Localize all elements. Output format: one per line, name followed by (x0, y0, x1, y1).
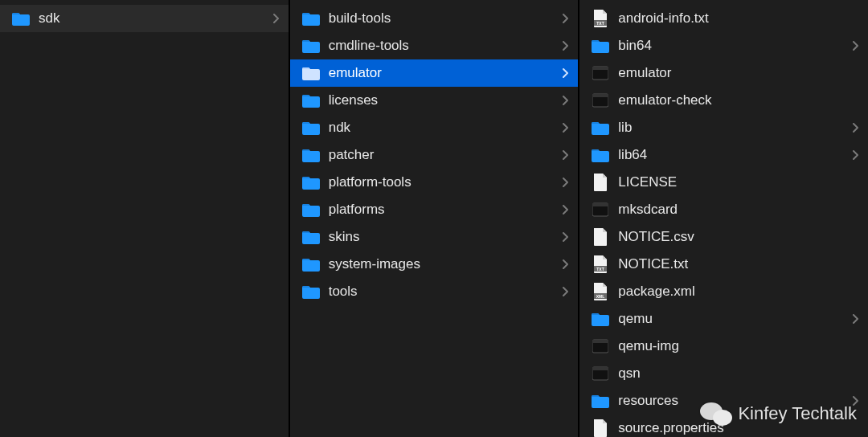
svg-rect-13 (592, 340, 608, 343)
folder-icon (301, 255, 321, 274)
list-item[interactable]: qemu-img (579, 333, 868, 360)
chevron-right-icon (850, 314, 862, 324)
column-3: TXTandroid-info.txtbin64emulatoremulator… (579, 0, 868, 437)
list-item[interactable]: ndk (290, 114, 579, 141)
list-item[interactable]: resources (579, 387, 868, 415)
chevron-right-icon (560, 68, 571, 78)
list-item[interactable]: XMLpackage.xml (579, 278, 868, 305)
folder-icon (301, 118, 321, 137)
chevron-right-icon (560, 287, 571, 296)
list-item[interactable]: platforms (290, 196, 579, 223)
list-item[interactable]: source.properties (579, 415, 868, 437)
exec-icon (591, 364, 610, 383)
svg-rect-5 (592, 94, 608, 97)
folder-icon (301, 36, 321, 55)
folder-icon (11, 9, 31, 28)
chevron-right-icon (560, 232, 571, 242)
item-label: platforms (329, 202, 561, 218)
list-item[interactable]: bin64 (579, 32, 868, 59)
list-item[interactable]: patcher (290, 141, 579, 169)
item-label: bin64 (618, 38, 850, 54)
column-2: build-toolscmdline-toolsemulatorlicenses… (290, 0, 579, 437)
chevron-right-icon (850, 41, 862, 51)
item-label: build-tools (329, 10, 561, 27)
folder-icon (591, 118, 610, 137)
exec-icon (591, 63, 610, 83)
item-label: emulator-check (618, 92, 862, 108)
folder-icon (591, 391, 610, 410)
list-item[interactable]: NOTICE.csv (579, 223, 868, 251)
list-item[interactable]: build-tools (290, 5, 579, 32)
svg-rect-7 (592, 203, 608, 206)
item-label: resources (618, 393, 850, 409)
item-label: skins (329, 229, 561, 245)
list-item[interactable]: skins (290, 223, 579, 251)
folder-icon (591, 309, 610, 329)
svg-text:TXT: TXT (597, 21, 604, 26)
item-label: platform-tools (329, 174, 561, 190)
exec-icon (591, 200, 610, 219)
chevron-right-icon (850, 150, 862, 160)
list-item[interactable]: licenses (290, 87, 579, 114)
folder-icon (301, 63, 321, 83)
item-label: tools (329, 284, 561, 300)
list-item[interactable]: sdk (0, 5, 289, 32)
svg-text:XML: XML (596, 294, 605, 299)
list-item[interactable]: TXTandroid-info.txt (579, 5, 868, 32)
item-label: lib64 (618, 147, 850, 163)
item-label: qsn (618, 366, 862, 382)
chevron-right-icon (271, 14, 282, 23)
chevron-right-icon (560, 259, 571, 269)
list-item[interactable]: lib (579, 114, 868, 141)
list-item[interactable]: emulator (290, 59, 579, 87)
list-item[interactable]: platform-tools (290, 169, 579, 196)
chevron-right-icon (850, 123, 862, 133)
item-label: sdk (39, 10, 271, 27)
item-label: lib (618, 120, 850, 136)
file-txt-icon: TXT (591, 9, 610, 28)
list-item[interactable]: qemu (579, 305, 868, 333)
item-label: package.xml (618, 284, 862, 300)
chevron-right-icon (560, 96, 571, 105)
list-item[interactable]: cmdline-tools (290, 32, 579, 59)
chevron-right-icon (560, 123, 571, 133)
chevron-right-icon (850, 396, 862, 406)
item-label: source.properties (618, 420, 862, 436)
file-icon (591, 419, 610, 437)
folder-icon (591, 36, 610, 55)
svg-rect-15 (592, 367, 608, 370)
list-item[interactable]: LICENSE (579, 169, 868, 196)
item-label: android-info.txt (618, 10, 862, 27)
exec-icon (591, 337, 610, 356)
item-label: NOTICE.csv (618, 229, 862, 245)
file-icon (591, 173, 610, 192)
chevron-right-icon (560, 150, 571, 160)
item-label: emulator (618, 65, 862, 81)
list-item[interactable]: emulator (579, 59, 868, 87)
list-item[interactable]: lib64 (579, 141, 868, 169)
folder-icon (591, 145, 610, 165)
chevron-right-icon (560, 41, 571, 51)
item-label: ndk (329, 120, 561, 136)
item-label: qemu-img (618, 338, 862, 354)
list-item[interactable]: emulator-check (579, 87, 868, 114)
exec-icon (591, 91, 610, 110)
list-item[interactable]: tools (290, 278, 579, 305)
file-icon (591, 227, 610, 247)
item-label: NOTICE.txt (618, 256, 862, 272)
svg-rect-3 (592, 67, 608, 70)
file-txt-icon: TXT (591, 255, 610, 274)
file-xml-icon: XML (591, 282, 610, 301)
item-label: licenses (329, 92, 561, 108)
chevron-right-icon (560, 205, 571, 214)
item-label: patcher (329, 147, 561, 163)
folder-icon (301, 91, 321, 110)
folder-icon (301, 173, 321, 192)
item-label: cmdline-tools (329, 38, 561, 54)
list-item[interactable]: mksdcard (579, 196, 868, 223)
finder-column-view: sdkbuild-toolscmdline-toolsemulatorlicen… (0, 0, 868, 437)
list-item[interactable]: TXTNOTICE.txt (579, 251, 868, 278)
list-item[interactable]: system-images (290, 251, 579, 278)
list-item[interactable]: qsn (579, 360, 868, 387)
item-label: mksdcard (618, 202, 862, 218)
